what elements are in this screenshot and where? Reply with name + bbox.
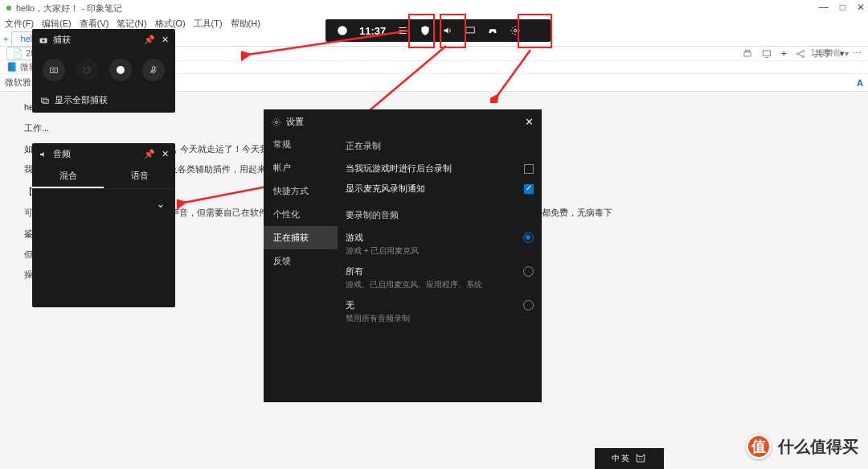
side-personalize[interactable]: 个性化 — [264, 203, 338, 226]
section-recording: 正在录制 — [346, 141, 534, 152]
rewind-button[interactable] — [76, 59, 98, 81]
color-a-icon[interactable]: A — [857, 78, 863, 88]
share-icon[interactable] — [795, 48, 806, 60]
checkbox-mic-notify[interactable] — [524, 184, 534, 194]
cat-icon — [634, 452, 647, 465]
svg-rect-20 — [43, 99, 49, 103]
pin-icon[interactable]: 📌 — [144, 35, 155, 45]
audio-tab-mix[interactable]: 混合 — [32, 165, 104, 188]
radio-none-sub: 禁用所有音频录制 — [346, 313, 534, 324]
new-tab-plus[interactable]: + — [3, 34, 8, 43]
controller-icon[interactable] — [487, 25, 498, 36]
radio-none-label: 无 — [346, 299, 354, 311]
svg-point-8 — [514, 29, 518, 32]
show-all-captures[interactable]: 显示全部捕获 — [32, 89, 175, 113]
menu-file[interactable]: 文件(F) — [5, 18, 34, 30]
display-icon[interactable] — [465, 25, 476, 36]
side-general[interactable]: 常规 — [264, 133, 338, 156]
menu-format[interactable]: 格式(O) — [155, 18, 186, 30]
share-plus-icon[interactable]: + — [780, 47, 787, 60]
close-button[interactable]: ✕ — [857, 2, 865, 13]
radio-all-sub: 游戏、已启用麦克风、应用程序、系统 — [346, 279, 534, 290]
svg-point-14 — [43, 39, 45, 42]
gear-icon — [272, 117, 281, 127]
svg-point-6 — [338, 26, 347, 35]
speaker-icon — [39, 150, 48, 159]
chevron-down-icon[interactable]: ⌄ — [156, 197, 166, 210]
gallery-icon — [40, 96, 50, 105]
xbox-time: 11:37 — [359, 25, 386, 37]
audio-tab-voice[interactable]: 语音 — [104, 165, 175, 188]
radio-game-label: 游戏 — [346, 232, 363, 244]
menu-icon[interactable] — [397, 25, 408, 36]
menu-note[interactable]: 笔记(N) — [117, 18, 146, 30]
capture-title: 捕获 — [53, 34, 71, 46]
opt-mic-notify: 显示麦克风录制通知 — [346, 183, 425, 195]
annotation-box-2 — [440, 14, 466, 48]
side-feedback[interactable]: 反馈 — [264, 249, 338, 273]
svg-point-16 — [52, 69, 55, 72]
annotation-box-1 — [408, 14, 435, 48]
menu-view[interactable]: 查看(V) — [80, 18, 109, 30]
svg-rect-19 — [42, 98, 47, 102]
svg-point-3 — [796, 52, 798, 54]
xbox-icon[interactable] — [337, 25, 348, 36]
radio-game-sub: 游戏 + 已启用麦克风 — [346, 245, 534, 257]
maximize-button[interactable]: □ — [840, 2, 845, 13]
opt-bg-record: 当我玩游戏时进行后台录制 — [346, 163, 452, 175]
watermark-badge: 值 — [746, 434, 772, 459]
present-icon[interactable] — [761, 48, 772, 60]
camera-icon — [39, 35, 48, 45]
audio-panel: 音频 📌 ✕ 混合 语音 ⌄ — [32, 143, 175, 307]
more-icon[interactable]: ⋯ — [853, 48, 862, 59]
settings-title: 设置 — [286, 116, 304, 128]
app-dot-icon — [6, 6, 11, 10]
radio-all-label: 所有 — [346, 265, 363, 278]
radio-none[interactable] — [523, 300, 534, 311]
svg-point-22 — [639, 459, 640, 459]
radio-game[interactable] — [523, 232, 534, 243]
side-account[interactable]: 帐户 — [264, 156, 338, 179]
audio-title: 音频 — [53, 148, 71, 160]
settings-sidebar: 常规 帐户 快捷方式 个性化 正在捕获 反馈 — [264, 133, 338, 402]
menu-edit[interactable]: 编辑(E) — [42, 18, 72, 30]
settings-main: 正在录制 当我玩游戏时进行后台录制 显示麦克风录制通知 要录制的音频 游戏 游戏… — [338, 133, 542, 402]
screenshot-button[interactable] — [43, 59, 65, 81]
mic-button[interactable] — [142, 59, 165, 81]
watermark-text: 什么值得买 — [778, 436, 858, 458]
svg-point-23 — [641, 459, 642, 459]
side-capturing[interactable]: 正在捕获 — [264, 226, 338, 249]
capture-panel: 捕获 📌 ✕ 显示全部捕获 — [32, 29, 175, 113]
menu-help[interactable]: 帮助(H) — [231, 18, 260, 30]
checkbox-bg-record[interactable] — [524, 164, 534, 174]
svg-rect-2 — [764, 50, 771, 55]
print-icon[interactable] — [742, 48, 753, 60]
close-icon[interactable]: ✕ — [162, 35, 169, 45]
minimize-button[interactable]: — — [819, 2, 829, 13]
svg-point-5 — [802, 56, 804, 57]
window-title: hello，大家好！ - 印象笔记 — [16, 2, 122, 14]
close-icon[interactable]: ✕ — [162, 149, 169, 159]
section-audio-to-record: 要录制的音频 — [346, 210, 534, 221]
annotation-box-3 — [518, 14, 552, 48]
radio-all[interactable] — [523, 266, 534, 277]
side-shortcut[interactable]: 快捷方式 — [264, 179, 338, 203]
pin-icon[interactable]: 📌 — [144, 149, 155, 159]
settings-panel: 设置 ✕ 常规 帐户 快捷方式 个性化 正在捕获 反馈 正在录制 当我玩游戏时进… — [264, 109, 542, 402]
record-button[interactable] — [109, 59, 132, 81]
svg-rect-0 — [744, 51, 751, 56]
svg-point-21 — [276, 121, 278, 123]
xbox-game-bar: 11:37 — [326, 19, 551, 42]
ime-widget[interactable]: 中 英 — [595, 448, 664, 469]
watermark: 值 什么值得买 — [746, 434, 858, 459]
svg-rect-1 — [746, 50, 750, 51]
menu-tools[interactable]: 工具(T) — [194, 18, 223, 30]
svg-rect-7 — [466, 27, 475, 33]
svg-point-4 — [802, 50, 804, 51]
time-ago: 1 分钟前 ▾ — [811, 47, 849, 59]
close-icon[interactable]: ✕ — [525, 116, 534, 128]
svg-rect-15 — [50, 68, 57, 73]
